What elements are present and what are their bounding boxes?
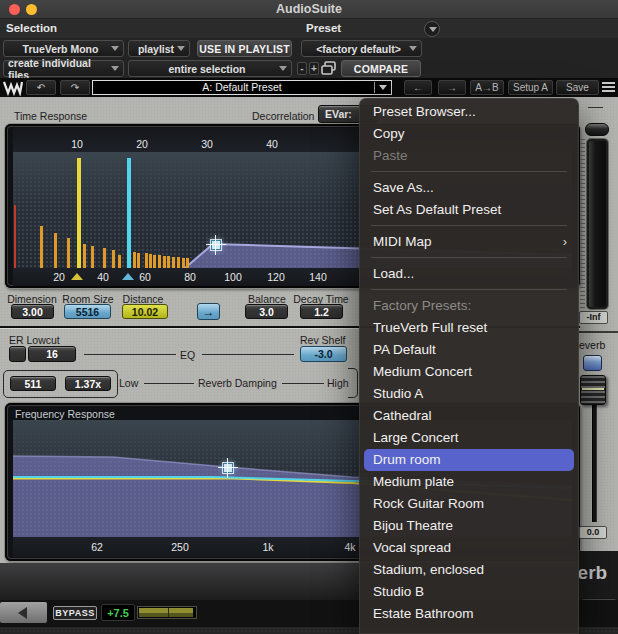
dimension-value[interactable]: 3.00 [11,304,54,319]
menu-item-large-concert[interactable]: Large Concert [359,427,579,449]
reverb-damping-label: Reverb Damping [198,377,277,389]
reverb-envelope-handle[interactable] [211,240,221,250]
menu-item-copy[interactable]: Copy [359,123,579,145]
meter-cap [585,123,609,136]
reverb-label-fragment: everb [579,339,605,351]
tr-bottom-tick: 60 [139,271,151,283]
link-arrow-button[interactable]: → [197,303,220,320]
prev-preset-button[interactable]: ← [404,80,432,95]
menu-item-studio-b[interactable]: Studio B [359,581,579,603]
preset-display[interactable]: A: Default Preset [92,80,392,95]
eq-curve-handle[interactable] [223,463,233,473]
menu-item-estate-bathroom[interactable]: Estate Bathroom [359,603,579,625]
tr-top-tick: 20 [136,138,148,150]
fr-tick: 62 [91,541,103,553]
use-in-playlist-button[interactable]: USE IN PLAYLIST [197,40,292,57]
reverb-start-marker[interactable] [122,273,134,280]
bypass-button[interactable]: BYPASS [53,606,97,620]
reverb-fader-handle[interactable] [580,375,606,405]
previous-button[interactable] [0,602,47,623]
menu-item-preset-browser[interactable]: Preset Browser... [359,101,579,123]
reflection-bar-orange [172,257,175,268]
tr-top-tick: 30 [201,138,213,150]
menu-item-medium-plate[interactable]: Medium plate [359,471,579,493]
compare-button[interactable]: COMPARE [341,60,421,77]
reflection-bar-orange [167,256,170,268]
next-preset-button[interactable]: → [438,80,466,95]
menu-item-cathedral[interactable]: Cathedral [359,405,579,427]
reflection-bar-orange [40,226,43,268]
distance-value[interactable]: 10.02 [122,304,168,319]
menu-item-trueverb-full-reset[interactable]: TrueVerb Full reset [359,317,579,339]
room-size-value[interactable]: 5516 [64,304,111,319]
fr-tick: 250 [171,541,189,553]
reflection-bar-orange [158,255,161,268]
redo-button[interactable]: ↷ [60,80,90,95]
playlist-selector[interactable]: playlist [128,40,190,57]
setup-a-button[interactable]: Setup A [508,80,553,95]
window-title: AudioSuite [0,0,618,18]
rev-shelf-value[interactable]: -3.0 [300,346,347,362]
fr-tick: 1k [262,541,273,553]
menu-item-rock-guitar-room[interactable]: Rock Guitar Room [359,493,579,515]
tr-bottom-tick: 80 [184,271,196,283]
er-lowcut-value[interactable]: 16 [28,346,76,362]
undo-button[interactable]: ↶ [26,80,56,95]
menu-item-load[interactable]: Load... [359,263,579,285]
ab-compare-button[interactable]: A→B [470,80,504,95]
save-button[interactable]: Save [556,80,599,95]
reflection-bar-orange [118,255,121,268]
reflection-bar-orange [177,257,180,268]
menu-item-studio-a[interactable]: Studio A [359,383,579,405]
close-icon[interactable] [9,4,20,15]
menu-item-vocal-spread[interactable]: Vocal spread [359,537,579,559]
menu-item-medium-concert[interactable]: Medium Concert [359,361,579,383]
preset-menu-icon[interactable] [424,21,440,37]
reflection-bar-cyan [127,158,131,268]
factory-default-selector[interactable]: <factory default> [301,40,422,57]
plus-button[interactable]: + [309,62,319,75]
divider [202,354,294,355]
menu-item-midi-map[interactable]: MIDI Map› [359,231,579,253]
menu-item-set-as-default-preset[interactable]: Set As Default Preset [359,199,579,221]
menu-separator [371,257,567,258]
preset-display-text: A: Default Preset [93,81,391,94]
plugin-selector[interactable]: TrueVerb Mono [3,40,124,57]
reflection-bar-orange [133,252,136,268]
eq-label: EQ [180,349,195,361]
reflection-bar-orange [149,254,152,268]
balance-value[interactable]: 3.0 [245,304,288,319]
preset-context-menu: Preset Browser...CopyPasteSave As...Set … [359,98,579,634]
chevron-down-icon [111,46,119,51]
reflection-bar-orange [145,253,148,268]
footer-level-meter [137,606,197,619]
menu-item-bijou-theatre[interactable]: Bijou Theatre [359,515,579,537]
menu-item-drum-room[interactable]: Drum room [364,449,574,471]
menu-item-save-as[interactable]: Save As... [359,177,579,199]
reflection-bar-orange [186,258,189,268]
section-header-row: Selection Preset [0,19,618,39]
decay-time-value[interactable]: 1.2 [300,304,343,319]
audiosuite-window: AudioSuite Selection Preset TrueVerb Mon… [0,0,618,634]
fr-tick: 4k [344,541,355,553]
reverb-enable-button[interactable] [583,355,602,371]
chevron-down-icon [379,85,387,90]
divider [282,383,324,384]
menu-item-stadium-enclosed[interactable]: Stadium, enclosed [359,559,579,581]
er-lowcut-toggle[interactable] [9,346,26,362]
file-mode-selector[interactable]: create individual files [3,60,124,77]
minimize-icon[interactable] [26,4,37,15]
menu-item-pa-default[interactable]: PA Default [359,339,579,361]
frequency-response-title: Frequency Response [15,408,115,420]
waves-toolbar: ↶ ↷ A: Default Preset ← → A→B Setup A Sa… [0,78,618,97]
gain-display[interactable]: +7.5 [101,604,135,621]
minus-button[interactable]: - [297,62,307,75]
tr-top-tick: 40 [266,138,278,150]
damping-freq-value[interactable]: 511 [10,376,56,391]
damping-ratio-value[interactable]: 1.37x [65,376,111,391]
menu-item-factory-presets: Factory Presets: [359,295,579,317]
copy-settings-icon[interactable] [321,61,337,75]
selection-mode-selector[interactable]: entire selection [128,60,292,77]
menu-icon[interactable] [602,81,615,94]
direct-sound-marker[interactable] [71,273,83,280]
